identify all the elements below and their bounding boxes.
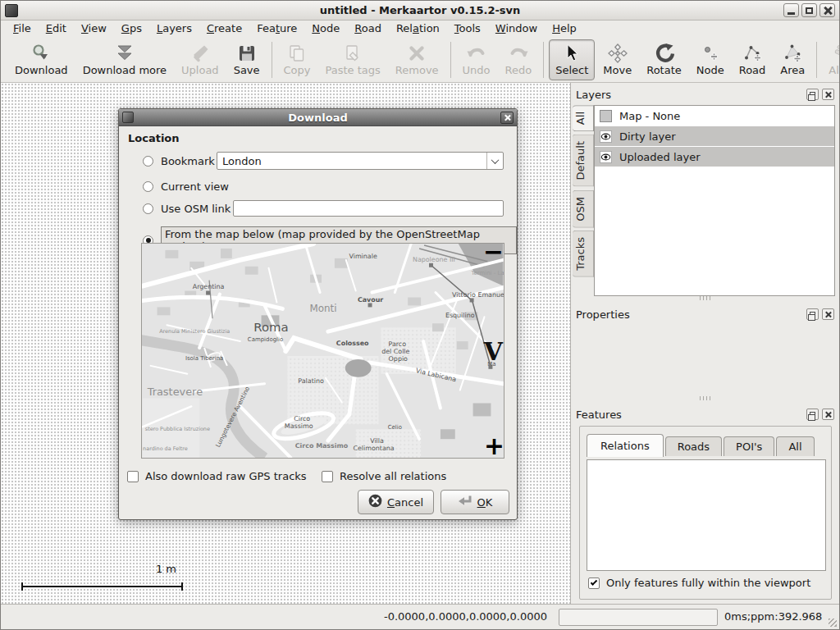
viewport-filter-checkbox[interactable] — [588, 578, 600, 589]
menu-view[interactable]: View — [74, 21, 114, 36]
osm-link-radio[interactable] — [143, 203, 153, 214]
align-button[interactable]: Align — [822, 39, 840, 80]
paste-tags-icon — [342, 43, 363, 64]
upload-button[interactable]: Upload — [175, 39, 226, 80]
layers-float-button[interactable] — [806, 89, 819, 100]
eye-icon[interactable] — [600, 151, 612, 163]
maximize-button[interactable] — [801, 3, 817, 17]
menu-road[interactable]: Road — [347, 21, 389, 36]
menu-layers[interactable]: Layers — [149, 21, 199, 36]
menu-edit[interactable]: Edit — [39, 21, 74, 36]
gps-tracks-checkbox[interactable] — [127, 471, 139, 482]
minimize-button[interactable] — [783, 3, 799, 17]
rotate-label: Rotate — [646, 64, 682, 76]
osm-link-input[interactable] — [233, 200, 504, 217]
map-zoom-out-icon[interactable]: − — [483, 244, 504, 266]
features-list[interactable] — [587, 459, 826, 571]
gps-tracks-checkbox-label: Also download raw GPS tracks — [145, 470, 307, 482]
bookmark-radio-label: Bookmark — [161, 155, 215, 167]
scale-bar: 1 m — [21, 578, 183, 587]
upload-icon — [189, 43, 211, 64]
redo-label: Redo — [505, 64, 532, 76]
menu-help[interactable]: Help — [545, 21, 584, 36]
current-view-radio[interactable] — [143, 181, 153, 192]
svg-text:Massimo: Massimo — [285, 422, 313, 430]
select-button[interactable]: Select — [549, 39, 595, 80]
layers-close-button[interactable] — [822, 89, 834, 100]
layers-tab-all[interactable]: All — [573, 105, 594, 131]
svg-text:del Colle: del Colle — [381, 348, 409, 355]
layers-tab-default[interactable]: Default — [573, 135, 594, 187]
resolve-relations-checkbox[interactable] — [322, 471, 333, 482]
dialog-map[interactable]: ArgentinaViminaleNapoleone IIITermini - … — [141, 243, 504, 459]
layer-row-uploaded-layer[interactable]: Uploaded layer — [595, 147, 834, 167]
coordinates-readout: -0.0000,0.0000,0.0000,0.0000 — [384, 610, 547, 623]
download-button[interactable]: Download — [8, 39, 75, 80]
copy-button[interactable]: Copy — [277, 39, 317, 80]
undo-label: Undo — [463, 64, 491, 76]
svg-text:Viminale: Viminale — [349, 253, 377, 260]
cancel-button[interactable]: Cancel — [358, 490, 434, 514]
scale-line — [21, 586, 183, 587]
menu-file[interactable]: File — [6, 21, 39, 36]
save-button[interactable]: Save — [227, 39, 267, 80]
menu-window[interactable]: Window — [488, 21, 545, 36]
title-bar[interactable]: untitled - Merkaartor v0.15.2-svn — [1, 1, 839, 21]
layers-tab-tracks[interactable]: Tracks — [573, 231, 594, 277]
features-tab-bar: RelationsRoadsPOI'sAll — [587, 433, 816, 456]
redo-button[interactable]: Redo — [499, 39, 539, 80]
scale-label: 1 m — [156, 563, 176, 575]
dialog-title-bar[interactable]: Download — [119, 109, 517, 126]
properties-close-button[interactable] — [822, 308, 834, 320]
features-float-button[interactable] — [806, 409, 819, 420]
right-dock: Layers AllDefaultOSMTracks Map - NoneDir… — [570, 83, 839, 605]
close-icon — [824, 91, 832, 98]
layers-tab-strip: AllDefaultOSMTracks — [573, 105, 594, 281]
resize-grip[interactable] — [829, 619, 837, 627]
rotate-button[interactable]: Rotate — [640, 39, 688, 80]
close-button[interactable] — [819, 3, 835, 17]
ok-label: OK — [477, 496, 493, 509]
remove-button[interactable]: Remove — [389, 39, 445, 80]
features-close-button[interactable] — [822, 409, 834, 420]
toolbar-separator — [543, 42, 544, 78]
toolbar: DownloadDownload moreUploadSaveCopyPaste… — [1, 37, 839, 83]
map-zoom-in-icon[interactable]: + — [484, 431, 504, 458]
eye-icon[interactable] — [600, 130, 612, 143]
features-tab-all[interactable]: All — [776, 436, 814, 456]
node-button[interactable]: Node — [690, 39, 731, 80]
features-tab-poi-s[interactable]: POI's — [724, 436, 774, 456]
road-button[interactable]: Road — [733, 39, 773, 80]
features-tab-relations[interactable]: Relations — [587, 434, 664, 457]
combo-dropdown-button[interactable] — [486, 153, 503, 169]
download-more-button[interactable]: Download more — [76, 39, 173, 80]
layer-row-map-none[interactable]: Map - None — [595, 106, 834, 126]
layer-row-dirty-layer[interactable]: Dirty layer — [595, 126, 834, 147]
layer-swatch-icon[interactable] — [600, 110, 612, 122]
ok-icon — [458, 495, 472, 509]
area-label: Area — [780, 64, 805, 76]
features-group: RelationsRoadsPOI'sAll Only features ful… — [579, 426, 832, 600]
dialog-close-button[interactable] — [500, 112, 514, 124]
properties-splitter[interactable] — [571, 395, 839, 402]
menu-gps[interactable]: Gps — [114, 21, 149, 36]
layers-splitter[interactable] — [571, 294, 839, 302]
properties-float-button[interactable] — [806, 308, 819, 320]
features-tab-roads[interactable]: Roads — [665, 436, 722, 456]
move-button[interactable]: Move — [596, 39, 638, 80]
menu-node[interactable]: Node — [304, 21, 347, 36]
viewport-filter-label: Only features fully within the viewport — [606, 577, 810, 589]
menu-relation[interactable]: Relation — [389, 21, 447, 36]
select-label: Select — [555, 64, 588, 76]
ok-button[interactable]: OK — [441, 490, 509, 514]
menu-tools[interactable]: Tools — [447, 21, 488, 36]
area-button[interactable]: Area — [774, 39, 811, 80]
layers-tab-osm[interactable]: OSM — [573, 190, 594, 228]
undo-button[interactable]: Undo — [456, 39, 497, 80]
paste-tags-button[interactable]: Paste tags — [319, 39, 387, 80]
menu-create[interactable]: Create — [199, 21, 249, 36]
toolbar-separator — [272, 42, 272, 78]
bookmark-radio[interactable] — [143, 156, 153, 167]
menu-feature[interactable]: Feature — [249, 21, 304, 36]
bookmark-combo[interactable]: London — [217, 152, 504, 170]
